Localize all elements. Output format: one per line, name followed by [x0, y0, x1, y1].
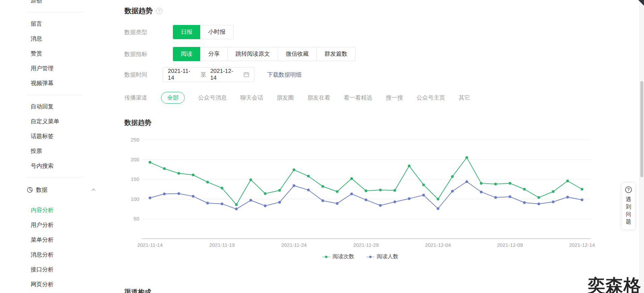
svg-text:150: 150 [131, 176, 139, 182]
legend-marker-read-count [322, 255, 330, 259]
legend-item-reader-count[interactable]: 阅读人数 [366, 253, 398, 260]
svg-text:100: 100 [131, 196, 139, 202]
question-circle-icon: ? [625, 186, 632, 193]
channel-search[interactable]: 搜一搜 [386, 94, 403, 102]
svg-text:2021-11-24: 2021-11-24 [281, 242, 307, 248]
sidebar-item-auto-reply[interactable]: 自动回复 [0, 99, 101, 114]
data-type-label: 数据类型 [124, 28, 173, 36]
sidebar-item-message-analysis[interactable]: 消息分析 [0, 247, 101, 262]
data-type-tabs: 日报 小时报 [173, 25, 234, 39]
end-date: 2021-12-14 [210, 68, 239, 81]
trend-chart-svg: 501001502002502021-11-142021-11-192021-1… [124, 135, 596, 251]
svg-text:250: 250 [131, 137, 139, 142]
chart-section-title: 数据趋势 [124, 118, 151, 127]
sidebar-group-data-children: 内容分析 用户分析 菜单分析 消息分析 接口分析 网页分析 [0, 203, 101, 292]
metric-tab-share[interactable]: 分享 [200, 47, 228, 61]
channel-list: 全部 公众号消息 聊天会话 朋友圈 朋友在看 看一看精选 搜一搜 公众号主页 其… [161, 92, 470, 104]
main-content: 数据趋势 ? 数据类型 日报 小时报 数据指标 阅读 分享 跳转阅读原文 微信收… [124, 0, 606, 293]
sidebar-item-user-management[interactable]: 用户管理 [0, 61, 101, 76]
pie-chart-icon [27, 187, 33, 193]
daily-report-tab[interactable]: 日报 [173, 25, 201, 39]
help-float-label: 遇到问题 [625, 196, 632, 225]
channel-official-message[interactable]: 公众号消息 [198, 94, 227, 102]
calendar-icon [243, 72, 249, 78]
svg-text:2021-11-14: 2021-11-14 [137, 242, 163, 248]
metric-tab-mass-send-count[interactable]: 群发篇数 [316, 47, 356, 61]
data-time-label: 数据时间 [124, 71, 163, 79]
sidebar-item-appreciation[interactable]: 赞赏 [0, 46, 101, 61]
channel-moments[interactable]: 朋友圈 [277, 94, 294, 102]
channel-profile-page[interactable]: 公众号主页 [417, 94, 445, 102]
svg-text:2021-12-09: 2021-12-09 [497, 242, 523, 248]
date-range-picker[interactable]: 2021-11-14 至 2021-12-14 [163, 67, 254, 82]
sidebar-item-topic-tags[interactable]: 话题标签 [0, 129, 101, 144]
sidebar-divider [27, 12, 83, 12]
legend-label: 阅读次数 [333, 253, 354, 260]
channel-other[interactable]: 其它 [459, 94, 470, 102]
filter-row-data-metric: 数据指标 阅读 分享 跳转阅读原文 微信收藏 群发篇数 [124, 47, 356, 61]
sidebar-group-data-label: 数据 [36, 186, 48, 194]
svg-text:2021-11-19: 2021-11-19 [209, 242, 235, 248]
sidebar-divider [27, 95, 83, 95]
channel-top-stories[interactable]: 看一看精选 [344, 94, 372, 102]
sidebar-item-api-analysis[interactable]: 接口分析 [0, 262, 101, 277]
page-title-row: 数据趋势 ? [124, 6, 162, 16]
sidebar-item-content-analysis[interactable]: 内容分析 [0, 203, 101, 218]
svg-text:50: 50 [133, 216, 139, 221]
filter-row-channel: 传播渠道 全部 公众号消息 聊天会话 朋友圈 朋友在看 看一看精选 搜一搜 公众… [124, 92, 470, 104]
svg-text:2021-12-04: 2021-12-04 [425, 242, 451, 248]
sidebar-item-web-analysis[interactable]: 网页分析 [0, 277, 101, 292]
channel-chat-session[interactable]: 聊天会话 [240, 94, 263, 102]
sidebar-item-custom-menu[interactable]: 自定义菜单 [0, 114, 101, 129]
hourly-report-tab[interactable]: 小时报 [200, 25, 234, 39]
sidebar-item-account-search[interactable]: 号内搜索 [0, 159, 101, 174]
scrollbar[interactable] [639, 0, 644, 293]
svg-text:2021-11-29: 2021-11-29 [353, 242, 379, 248]
download-data-link[interactable]: 下载数据明细 [267, 71, 302, 79]
svg-text:200: 200 [131, 157, 139, 162]
watermark: 奕森格 [588, 274, 641, 293]
date-separator: 至 [201, 71, 206, 79]
sidebar-group-data[interactable]: 数据 [0, 182, 101, 197]
data-metric-label: 数据指标 [124, 50, 173, 58]
sidebar-item-menu-analysis[interactable]: 菜单分析 [0, 233, 101, 247]
sidebar-item-original[interactable]: 原创 [0, 0, 101, 8]
help-icon[interactable]: ? [156, 8, 162, 14]
data-metric-tabs: 阅读 分享 跳转阅读原文 微信收藏 群发篇数 [173, 47, 356, 61]
start-date: 2021-11-14 [168, 68, 196, 81]
legend-label: 阅读人数 [377, 253, 398, 260]
scrollbar-thumb[interactable] [640, 81, 643, 177]
chart-legend: 阅读次数 阅读人数 [124, 253, 596, 260]
sidebar-divider [27, 178, 83, 178]
sidebar-group-interaction: 留言 消息 赞赏 用户管理 视频弹幕 [0, 17, 101, 91]
filter-row-data-time: 数据时间 2021-11-14 至 2021-12-14 下载数据明细 [124, 67, 302, 82]
channel-label: 传播渠道 [124, 94, 161, 102]
metric-tab-read[interactable]: 阅读 [173, 47, 201, 61]
metric-tab-jump-original[interactable]: 跳转阅读原文 [227, 47, 278, 61]
sidebar-item-comments[interactable]: 留言 [0, 17, 101, 31]
help-float-button[interactable]: ? 遇到问题 [622, 183, 635, 230]
corner-triangle [638, 0, 644, 6]
sidebar: 原创 留言 消息 赞赏 用户管理 视频弹幕 自动回复 自定义菜单 话题标签 投票… [0, 0, 101, 293]
chevron-up-icon[interactable] [91, 188, 96, 191]
channel-friends-watching[interactable]: 朋友在看 [307, 94, 330, 102]
sidebar-item-polls[interactable]: 投票 [0, 144, 101, 159]
sidebar-item-user-analysis[interactable]: 用户分析 [0, 218, 101, 233]
legend-item-read-count[interactable]: 阅读次数 [322, 253, 354, 260]
bottom-section-title: 渠道构成 [124, 288, 151, 293]
filter-row-data-type: 数据类型 日报 小时报 [124, 25, 234, 39]
svg-text:2021-12-14: 2021-12-14 [569, 242, 595, 248]
channel-all[interactable]: 全部 [161, 92, 185, 104]
legend-marker-reader-count [366, 255, 374, 259]
metric-tab-wechat-favorite[interactable]: 微信收藏 [278, 47, 317, 61]
sidebar-item-messages[interactable]: 消息 [0, 31, 101, 46]
sidebar-item-video-danmu[interactable]: 视频弹幕 [0, 76, 101, 91]
page-title: 数据趋势 [124, 6, 153, 16]
sidebar-group-features: 自动回复 自定义菜单 话题标签 投票 号内搜索 [0, 99, 101, 174]
